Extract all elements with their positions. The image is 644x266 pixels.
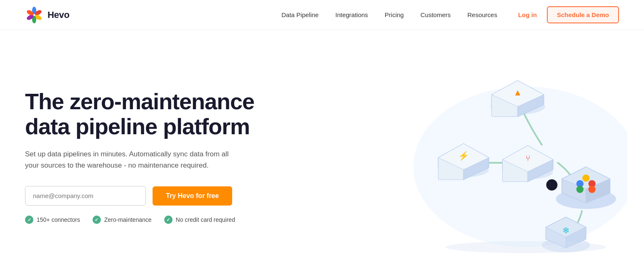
brand-name: Hevo (48, 10, 70, 20)
schedule-demo-button[interactable]: Schedule a Demo (547, 6, 619, 23)
login-button[interactable]: Log in (518, 11, 537, 18)
check-icon-connectors (25, 216, 33, 224)
badge-zero-maintenance: Zero-maintenance (93, 216, 152, 224)
svg-text:⑂: ⑂ (526, 154, 530, 163)
svg-text:⚡: ⚡ (458, 151, 469, 161)
badge-zero-maintenance-label: Zero-maintenance (104, 216, 152, 223)
cta-row: Try Hevo for free (25, 186, 275, 206)
svg-text:❄: ❄ (562, 226, 570, 235)
check-icon-no-credit-card (164, 216, 173, 224)
nav-item-resources[interactable]: Resources (467, 11, 497, 19)
email-input[interactable] (25, 186, 146, 206)
hero-subtitle: Set up data pipelines in minutes. Automa… (25, 148, 242, 171)
nav-links: Data Pipeline Integrations Pricing Custo… (281, 11, 497, 19)
hero-section: The zero-maintenance data pipeline platf… (0, 30, 644, 266)
hero-content: The zero-maintenance data pipeline platf… (25, 89, 275, 224)
badge-connectors: 150+ connectors (25, 216, 80, 224)
svg-point-25 (546, 179, 557, 191)
hero-illustration: ▲ ⚡ ⑂ (275, 47, 619, 266)
pipeline-diagram: ▲ ⚡ ⑂ (344, 38, 627, 255)
trust-badges: 150+ connectors Zero-maintenance No cred… (25, 216, 275, 224)
check-icon-zero-maintenance (93, 216, 101, 224)
logo[interactable]: Hevo (25, 6, 70, 24)
try-hevo-button[interactable]: Try Hevo for free (153, 186, 232, 206)
nav-item-data-pipeline[interactable]: Data Pipeline (281, 11, 318, 19)
svg-point-40 (446, 241, 606, 253)
svg-point-34 (589, 186, 596, 193)
svg-text:▲: ▲ (514, 88, 522, 97)
badge-no-credit-card-label: No credit card required (176, 216, 235, 223)
hero-title: The zero-maintenance data pipeline platf… (25, 89, 275, 139)
badge-no-credit-card: No credit card required (164, 216, 235, 224)
svg-point-32 (582, 174, 589, 181)
svg-point-33 (576, 186, 584, 193)
hevo-logo-icon (25, 6, 43, 24)
nav-item-pricing[interactable]: Pricing (385, 11, 404, 19)
nav-item-customers[interactable]: Customers (421, 11, 451, 19)
nav-item-integrations[interactable]: Integrations (335, 11, 368, 19)
nav-actions: Log in Schedule a Demo (518, 6, 619, 23)
badge-connectors-label: 150+ connectors (37, 216, 80, 223)
navbar: Hevo Data Pipeline Integrations Pricing … (0, 0, 644, 30)
